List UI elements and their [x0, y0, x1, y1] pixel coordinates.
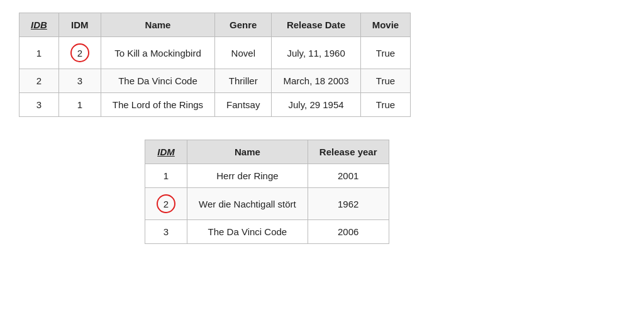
cell-release-date: March, 18 2003 [272, 69, 360, 93]
cell-release-year: 2001 [308, 164, 389, 188]
cell-idb: 2 [19, 69, 59, 93]
cell-name: The Lord of the Rings [101, 93, 214, 117]
col2-header-release-year: Release year [308, 140, 389, 164]
cell-idb: 3 [19, 93, 59, 117]
cell-name: The Da Vinci Code [101, 69, 214, 93]
cell-genre: Fantsay [215, 93, 272, 117]
col-header-idb: IDB [19, 13, 59, 37]
cell-genre: Thriller [215, 69, 272, 93]
col-header-movie: Movie [360, 13, 411, 37]
cell-genre: Novel [215, 37, 272, 69]
col2-header-name: Name [187, 140, 308, 164]
table-row: 2Wer die Nachtigall stört1962 [145, 188, 389, 220]
col-header-idm: IDM [58, 13, 101, 37]
circled-value: 2 [157, 194, 175, 213]
table-row: 12To Kill a MockingbirdNovelJuly, 11, 19… [19, 37, 411, 69]
col-header-release-date: Release Date [272, 13, 360, 37]
cell-idm: 1 [145, 164, 187, 188]
cell-name: To Kill a Mockingbird [101, 37, 214, 69]
table-row: 1Herr der Ringe2001 [145, 164, 389, 188]
col2-header-idm: IDM [145, 140, 187, 164]
cell-release-date: July, 29 1954 [272, 93, 360, 117]
cell-idm: 2 [58, 37, 101, 69]
cell-release-year: 1962 [308, 188, 389, 220]
col-header-genre: Genre [215, 13, 272, 37]
table2-container: IDM Name Release year 1Herr der Ringe200… [19, 140, 625, 244]
cell-movie: True [360, 93, 411, 117]
circled-value: 2 [70, 43, 89, 62]
cell-idm: 3 [58, 69, 101, 93]
cell-name: Wer die Nachtigall stört [187, 188, 308, 220]
table2: IDM Name Release year 1Herr der Ringe200… [145, 140, 389, 244]
table2-wrapper: IDM Name Release year 1Herr der Ringe200… [145, 140, 625, 244]
cell-idm: 1 [58, 93, 101, 117]
cell-name: Herr der Ringe [187, 164, 308, 188]
table1: IDB IDM Name Genre Release Date Movie 12… [19, 13, 411, 117]
table-row: 31The Lord of the RingsFantsayJuly, 29 1… [19, 93, 411, 117]
table-row: 3The Da Vinci Code2006 [145, 220, 389, 244]
cell-name: The Da Vinci Code [187, 220, 308, 244]
cell-movie: True [360, 69, 411, 93]
cell-idm: 2 [145, 188, 187, 220]
table1-wrapper: IDB IDM Name Genre Release Date Movie 12… [19, 13, 625, 117]
cell-idm: 3 [145, 220, 187, 244]
col-header-name: Name [101, 13, 214, 37]
cell-movie: True [360, 37, 411, 69]
cell-idb: 1 [19, 37, 59, 69]
table-row: 23The Da Vinci CodeThrillerMarch, 18 200… [19, 69, 411, 93]
cell-release-date: July, 11, 1960 [272, 37, 360, 69]
cell-release-year: 2006 [308, 220, 389, 244]
